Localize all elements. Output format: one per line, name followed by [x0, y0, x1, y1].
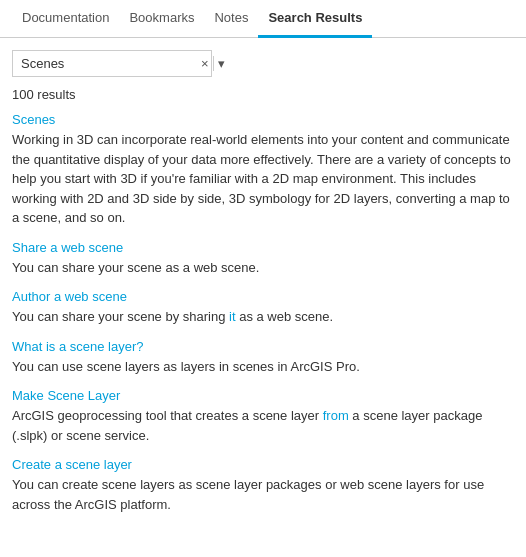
result-title-what-is-scene-layer[interactable]: What is a scene layer?	[12, 339, 514, 354]
results-count: 100 results	[0, 87, 526, 102]
result-item-make-scene-layer: Make Scene Layer ArcGIS geoprocessing to…	[0, 388, 526, 457]
result-title-author-web-scene[interactable]: Author a web scene	[12, 289, 514, 304]
tab-documentation[interactable]: Documentation	[12, 0, 119, 38]
result-title-scenes[interactable]: Scenes	[12, 112, 514, 127]
result-title-make-scene-layer[interactable]: Make Scene Layer	[12, 388, 514, 403]
result-title-share-web-scene[interactable]: Share a web scene	[12, 240, 514, 255]
tab-bookmarks[interactable]: Bookmarks	[119, 0, 204, 38]
result-item-scenes: Scenes Working in 3D can incorporate rea…	[0, 112, 526, 240]
search-box: × ▾	[12, 50, 212, 77]
search-input[interactable]	[13, 51, 197, 76]
tab-search-results[interactable]: Search Results	[258, 0, 372, 38]
author-web-scene-link[interactable]: it	[229, 309, 236, 324]
result-body-what-is-scene-layer: You can use scene layers as layers in sc…	[12, 357, 514, 377]
result-item-share-web-scene: Share a web scene You can share your sce…	[0, 240, 526, 290]
search-clear-button[interactable]: ×	[197, 56, 213, 71]
result-body-scenes: Working in 3D can incorporate real-world…	[12, 130, 514, 228]
search-container: × ▾	[0, 50, 526, 77]
nav-tabs: Documentation Bookmarks Notes Search Res…	[0, 0, 526, 38]
result-item-create-scene-layer: Create a scene layer You can create scen…	[0, 457, 526, 526]
result-item-what-is-scene-layer: What is a scene layer? You can use scene…	[0, 339, 526, 389]
search-dropdown-button[interactable]: ▾	[213, 56, 229, 71]
tab-notes[interactable]: Notes	[204, 0, 258, 38]
result-body-share-web-scene: You can share your scene as a web scene.	[12, 258, 514, 278]
result-item-author-web-scene: Author a web scene You can share your sc…	[0, 289, 526, 339]
result-body-make-scene-layer: ArcGIS geoprocessing tool that creates a…	[12, 406, 514, 445]
result-title-create-scene-layer[interactable]: Create a scene layer	[12, 457, 514, 472]
result-body-author-web-scene: You can share your scene by sharing it a…	[12, 307, 514, 327]
make-scene-layer-link[interactable]: from	[323, 408, 349, 423]
result-body-create-scene-layer: You can create scene layers as scene lay…	[12, 475, 514, 514]
